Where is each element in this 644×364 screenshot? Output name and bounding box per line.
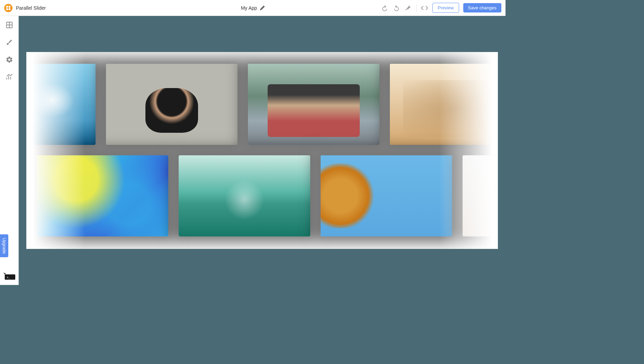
app-logo-icon[interactable] — [4, 4, 12, 12]
svg-text:>_: >_ — [7, 276, 10, 279]
code-icon[interactable] — [421, 4, 428, 12]
terminal-badge-icon[interactable]: >_ — [3, 272, 16, 280]
slide-holi[interactable] — [37, 155, 168, 236]
upgrade-button[interactable]: Upgrade — [0, 234, 8, 257]
slide-image — [179, 155, 310, 236]
slider-row-1 — [26, 64, 498, 145]
slider-row-2 — [37, 155, 498, 236]
app-title-group: My App — [241, 5, 265, 11]
slide-image — [390, 64, 498, 145]
gear-icon[interactable] — [5, 55, 14, 64]
slide-image — [463, 155, 498, 236]
hammer-icon[interactable] — [404, 4, 412, 12]
slide-car[interactable] — [248, 64, 379, 145]
app-title: My App — [241, 5, 257, 11]
svg-rect-2 — [6, 8, 8, 10]
parallel-slider-widget[interactable] — [26, 52, 498, 249]
brush-icon[interactable] — [5, 38, 14, 46]
slide-image — [248, 64, 379, 145]
slide-dog[interactable] — [106, 64, 238, 145]
slide-group[interactable] — [390, 64, 498, 145]
top-right-controls: Preview Save changes — [381, 3, 501, 13]
svg-rect-0 — [6, 6, 8, 7]
svg-rect-3 — [9, 8, 10, 10]
left-rail: Upgrade >_ — [0, 16, 19, 285]
divider — [416, 4, 417, 12]
slide-beach[interactable] — [463, 155, 498, 236]
top-bar: Parallel Slider My App Preview Save chan… — [0, 0, 506, 16]
page-label: Parallel Slider — [16, 5, 46, 11]
slide-image — [106, 64, 238, 145]
slide-image — [37, 155, 168, 236]
main-wrap: Upgrade >_ — [0, 16, 506, 285]
grid-icon[interactable] — [5, 21, 14, 29]
slide-surf[interactable] — [179, 155, 310, 236]
slide-image — [26, 64, 96, 145]
slide-swing[interactable] — [26, 64, 96, 145]
slide-ride[interactable] — [321, 155, 452, 236]
svg-rect-1 — [9, 6, 10, 7]
redo-icon[interactable] — [393, 4, 400, 12]
preview-button[interactable]: Preview — [432, 3, 459, 13]
slide-image — [321, 155, 452, 236]
edit-title-icon[interactable] — [260, 6, 265, 10]
analytics-icon[interactable] — [5, 73, 14, 81]
canvas-area[interactable] — [19, 16, 506, 285]
undo-icon[interactable] — [381, 4, 388, 12]
save-changes-button[interactable]: Save changes — [463, 3, 501, 12]
